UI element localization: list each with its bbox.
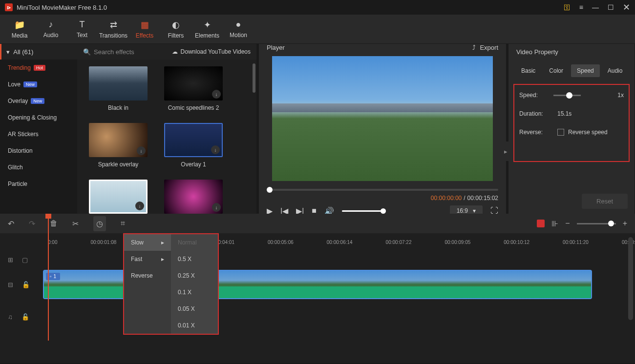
- menu-slow[interactable]: Slow▸: [124, 234, 171, 251]
- category-ar-stickers[interactable]: AR Stickers: [0, 126, 77, 142]
- redo-icon[interactable]: ↷: [29, 219, 35, 228]
- menu-normal[interactable]: Normal: [171, 234, 218, 251]
- speed-value: 1x: [617, 92, 624, 99]
- effect-comic-speedlines[interactable]: ↓ Comic speedlines 2: [164, 66, 223, 111]
- tab-effects[interactable]: ▦Effects: [129, 16, 160, 43]
- volume-slider[interactable]: [342, 210, 386, 212]
- effect-overlay-1[interactable]: ↓ Overlay 1: [164, 123, 223, 168]
- download-icon[interactable]: ↓: [135, 202, 144, 210]
- delete-icon[interactable]: 🗑: [50, 219, 58, 228]
- category-all[interactable]: ▾ All (61): [0, 44, 77, 60]
- tab-basic[interactable]: Basic: [515, 64, 541, 77]
- reverse-text: Reverse speed: [568, 129, 608, 136]
- playhead[interactable]: [48, 214, 49, 341]
- tab-transitions[interactable]: ⇄Transitions: [98, 16, 129, 43]
- tab-filters[interactable]: ◐Filters: [160, 16, 191, 43]
- duration-value: 15.1s: [557, 110, 572, 117]
- menu-icon[interactable]: ≡: [579, 3, 583, 11]
- collapse-panel-icon[interactable]: ▸: [503, 142, 508, 161]
- download-icon[interactable]: ↓: [212, 90, 221, 99]
- main-toolbar: 📁Media ♪Audio TText ⇄Transitions ▦Effect…: [0, 15, 635, 44]
- player-panel: Player ⤴Export 00:00:00:00 / 00:00:15:02…: [259, 44, 506, 214]
- category-love[interactable]: LoveNew: [0, 76, 77, 93]
- menu-speed-opt[interactable]: 0.05 X: [171, 301, 218, 317]
- app-logo: ⊳: [5, 3, 13, 11]
- tab-speed[interactable]: Speed: [571, 64, 600, 77]
- time-current: 00:00:00:00: [431, 195, 462, 202]
- category-distortion[interactable]: Distortion: [0, 142, 77, 159]
- menu-speed-opt[interactable]: 0.5 X: [171, 251, 218, 267]
- category-sidebar: ▾ All (61) TrendingHotLoveNewOverlayNewO…: [0, 44, 77, 214]
- reverse-checkbox[interactable]: [557, 129, 564, 136]
- speed-slider[interactable]: [553, 95, 581, 96]
- duration-label: Duration:: [519, 110, 553, 117]
- time-ruler[interactable]: 0:0000:00:01:0800:00:02:1700:00:04:0100:…: [0, 233, 635, 251]
- track-icon[interactable]: ▢: [22, 256, 28, 263]
- tab-text[interactable]: TText: [66, 16, 98, 43]
- properties-panel: ▸ Video Property Basic Color Speed Audio…: [508, 44, 635, 214]
- menu-fast[interactable]: Fast▸: [124, 251, 171, 267]
- close-icon[interactable]: ✕: [623, 2, 630, 13]
- search-input[interactable]: 🔍 Search effects: [83, 48, 134, 56]
- scrollbar[interactable]: [253, 63, 255, 93]
- tab-color[interactable]: Color: [543, 64, 569, 77]
- undo-icon[interactable]: ↶: [8, 219, 14, 228]
- download-youtube-link[interactable]: ☁ Download YouTube Videos: [172, 48, 251, 55]
- speed-context-menu: Slow▸ Fast▸ Reverse Normal 0.5 X 0.25 X …: [123, 233, 219, 335]
- effect-item[interactable]: ↓: [89, 180, 148, 214]
- video-track-icon: ⊟: [8, 281, 13, 288]
- tracks-icon[interactable]: ⊪: [551, 219, 558, 228]
- download-icon[interactable]: ↓: [137, 146, 146, 155]
- progress-bar[interactable]: [267, 189, 498, 191]
- split-icon[interactable]: ✂: [72, 219, 79, 228]
- zoom-slider[interactable]: [577, 223, 616, 224]
- download-icon[interactable]: ↓: [211, 145, 220, 154]
- category-overlay[interactable]: OverlayNew: [0, 93, 77, 109]
- player-label: Player: [267, 44, 285, 51]
- menu-speed-opt[interactable]: 0.1 X: [171, 284, 218, 301]
- time-duration: 00:00:15:02: [467, 195, 498, 202]
- tab-media[interactable]: 📁Media: [4, 16, 35, 43]
- tab-motion[interactable]: ●Motion: [223, 16, 254, 43]
- speed-tool-icon[interactable]: ◷: [93, 216, 106, 231]
- tab-audio-prop[interactable]: Audio: [602, 64, 629, 77]
- speed-label: Speed:: [519, 92, 553, 99]
- timeline: ↶ ↷ 🗑 ✂ ◷ ⌗ ⊪ − + 0:0000:00:01:0800:00:0…: [0, 214, 635, 363]
- reverse-label: Reverse:: [519, 129, 553, 136]
- category-glitch[interactable]: Glitch: [0, 159, 77, 176]
- magnet-icon[interactable]: [537, 220, 545, 227]
- lock-icon[interactable]: 🔓: [21, 313, 29, 321]
- crop-icon[interactable]: ⌗: [121, 219, 125, 228]
- props-title: Video Property: [516, 48, 558, 56]
- menu-speed-opt[interactable]: 0.01 X: [171, 317, 218, 334]
- reset-button[interactable]: Reset: [582, 194, 628, 209]
- minimize-icon[interactable]: —: [592, 3, 599, 11]
- titlebar: ⊳ MiniTool MovieMaker Free 8.1.0 ⚿ ≡ — ☐…: [0, 0, 635, 15]
- download-icon[interactable]: ↓: [212, 203, 221, 212]
- add-track-icon[interactable]: ⊞: [8, 256, 13, 263]
- effect-sparkle-overlay[interactable]: ↓ Sparkle overlay: [89, 123, 148, 168]
- category-opening-closing[interactable]: Opening & Closing: [0, 109, 77, 126]
- scrollbar[interactable]: [628, 237, 633, 320]
- video-preview[interactable]: [272, 56, 493, 181]
- category-trending[interactable]: TrendingHot: [0, 60, 77, 76]
- key-icon[interactable]: ⚿: [564, 3, 571, 11]
- zoom-in-icon[interactable]: +: [623, 219, 627, 228]
- maximize-icon[interactable]: ☐: [608, 3, 614, 11]
- effect-item[interactable]: ↓: [164, 180, 223, 214]
- effect-black-in[interactable]: Black in: [89, 66, 148, 111]
- category-particle[interactable]: Particle: [0, 176, 77, 192]
- menu-speed-opt[interactable]: 0.25 X: [171, 267, 218, 284]
- app-title: MiniTool MovieMaker Free 8.1.0: [17, 4, 107, 11]
- lock-icon[interactable]: 🔓: [22, 281, 30, 288]
- effects-panel: 🔍 Search effects ☁ Download YouTube Vide…: [77, 44, 256, 214]
- menu-reverse[interactable]: Reverse: [124, 267, 171, 284]
- tab-audio[interactable]: ♪Audio: [35, 16, 66, 43]
- zoom-out-icon[interactable]: −: [565, 219, 570, 228]
- tab-elements[interactable]: ✦Elements: [191, 16, 223, 43]
- audio-track-icon: ♫: [8, 313, 13, 321]
- export-button[interactable]: ⤴Export: [472, 44, 498, 51]
